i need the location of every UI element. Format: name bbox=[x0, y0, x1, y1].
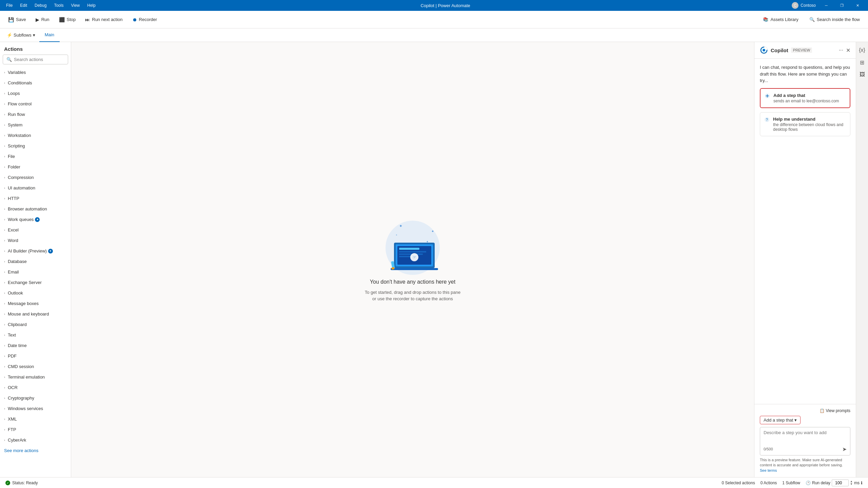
action-item-windows-services[interactable]: ›Windows services bbox=[0, 403, 71, 414]
chevron-right-icon: › bbox=[4, 333, 5, 337]
add-step-icon bbox=[765, 93, 770, 100]
chevron-right-icon: › bbox=[4, 439, 5, 442]
action-item-compression[interactable]: ›Compression bbox=[0, 172, 71, 183]
suggestion-add-step[interactable]: Add a step that sends an email to lee@co… bbox=[760, 88, 850, 108]
action-item-message-boxes[interactable]: ›Message boxes bbox=[0, 298, 71, 309]
save-label: Save bbox=[16, 17, 26, 22]
chevron-right-icon: › bbox=[4, 249, 5, 253]
empty-state-title: You don't have any actions here yet bbox=[370, 279, 455, 285]
action-item-scripting[interactable]: ›Scripting bbox=[0, 141, 71, 151]
action-item-flow-control[interactable]: ›Flow control bbox=[0, 99, 71, 109]
action-item-loops[interactable]: ›Loops bbox=[0, 88, 71, 99]
action-item-mouse-keyboard[interactable]: ›Mouse and keyboard bbox=[0, 309, 71, 319]
selected-actions-count: 0 Selected actions bbox=[722, 481, 755, 485]
copilot-title-row: Copilot PREVIEW bbox=[760, 46, 812, 54]
menu-tools[interactable]: Tools bbox=[51, 2, 67, 9]
tab-main[interactable]: Main bbox=[39, 28, 60, 42]
next-label: Run next action bbox=[92, 17, 122, 22]
subflows-button[interactable]: ⚡ Subflows ▾ bbox=[3, 30, 39, 40]
copilot-more-button[interactable]: ··· bbox=[839, 47, 843, 54]
save-button[interactable]: 💾 Save bbox=[4, 15, 30, 24]
action-item-xml[interactable]: ›XML bbox=[0, 414, 71, 424]
status-dot bbox=[5, 481, 10, 485]
chevron-right-icon: › bbox=[4, 92, 5, 95]
action-item-run-flow[interactable]: ›Run flow bbox=[0, 109, 71, 120]
suggestion-help-understand[interactable]: ? Help me understand the difference betw… bbox=[760, 112, 850, 136]
action-item-date-time[interactable]: ›Date time bbox=[0, 340, 71, 351]
action-item-file[interactable]: ›File bbox=[0, 151, 71, 162]
chevron-right-icon: › bbox=[4, 134, 5, 137]
chevron-right-icon: › bbox=[4, 386, 5, 389]
right-icon-images[interactable]: 🖼 bbox=[857, 69, 868, 80]
action-item-work-queues[interactable]: ›Work queues★ bbox=[0, 214, 71, 225]
action-item-ui-automation[interactable]: ›UI automation bbox=[0, 183, 71, 193]
action-item-ftp[interactable]: ›FTP bbox=[0, 424, 71, 435]
action-item-cryptography[interactable]: ›Cryptography bbox=[0, 393, 71, 403]
action-item-folder[interactable]: ›Folder bbox=[0, 162, 71, 172]
maximize-button[interactable]: ❐ bbox=[834, 0, 850, 11]
action-item-ocr[interactable]: ›OCR bbox=[0, 382, 71, 393]
action-item-pdf[interactable]: ›PDF bbox=[0, 351, 71, 361]
run-delay-input[interactable] bbox=[832, 480, 849, 486]
copilot-body: I can chat, respond to questions, and he… bbox=[754, 59, 856, 404]
suggestion-help-content: Help me understand the difference betwee… bbox=[773, 117, 846, 132]
action-item-email[interactable]: ›Email bbox=[0, 267, 71, 277]
work-queues-badge: ★ bbox=[35, 217, 40, 222]
action-item-workstation[interactable]: ›Workstation bbox=[0, 130, 71, 141]
action-item-http[interactable]: ›HTTP bbox=[0, 193, 71, 204]
assets-library-button[interactable]: 📚 Assets Library bbox=[759, 15, 802, 24]
action-item-clipboard[interactable]: ›Clipboard bbox=[0, 319, 71, 330]
chevron-right-icon: › bbox=[4, 197, 5, 200]
copilot-text-input[interactable] bbox=[764, 430, 847, 444]
chevron-right-icon: › bbox=[4, 407, 5, 410]
spinner-down[interactable]: ▼ bbox=[850, 483, 853, 486]
menu-edit[interactable]: Edit bbox=[17, 2, 31, 9]
action-item-database[interactable]: ›Database bbox=[0, 256, 71, 267]
action-item-browser-automation[interactable]: ›Browser automation bbox=[0, 204, 71, 214]
action-item-variables[interactable]: ›Variables bbox=[0, 67, 71, 78]
next-action-button[interactable]: ⏭ Run next action bbox=[81, 15, 126, 24]
search-actions-input[interactable] bbox=[14, 57, 64, 62]
action-item-cyberark[interactable]: ›CyberArk bbox=[0, 435, 71, 445]
action-item-outlook[interactable]: ›Outlook bbox=[0, 288, 71, 298]
chevron-right-icon: › bbox=[4, 344, 5, 347]
run-icon: ▶ bbox=[36, 17, 39, 22]
view-prompts-button[interactable]: 📋 View prompts bbox=[820, 408, 850, 413]
action-item-conditionals[interactable]: ›Conditionals bbox=[0, 78, 71, 88]
action-item-word[interactable]: ›Word bbox=[0, 235, 71, 246]
chevron-right-icon: › bbox=[4, 81, 5, 85]
minimize-button[interactable]: ─ bbox=[818, 0, 834, 11]
action-item-text[interactable]: ›Text bbox=[0, 330, 71, 340]
user-avatar: C bbox=[792, 2, 798, 9]
chevron-right-icon: › bbox=[4, 270, 5, 274]
see-more-actions[interactable]: See more actions bbox=[0, 445, 71, 456]
add-step-selector-label: Add a step that bbox=[764, 418, 793, 423]
run-button[interactable]: ▶ Run bbox=[32, 15, 54, 24]
stop-icon: ⬛ bbox=[59, 17, 65, 22]
search-flow-button[interactable]: 🔍 Search inside the flow bbox=[805, 15, 864, 24]
copilot-logo bbox=[760, 46, 768, 54]
menu-help[interactable]: Help bbox=[84, 2, 99, 9]
action-item-system[interactable]: ›System bbox=[0, 120, 71, 130]
menu-debug[interactable]: Debug bbox=[31, 2, 50, 9]
action-item-terminal-emulation[interactable]: ›Terminal emulation bbox=[0, 372, 71, 382]
action-item-ai-builder[interactable]: ›AI Builder (Preview)★ bbox=[0, 246, 71, 256]
right-icon-variables[interactable]: {x} bbox=[857, 45, 868, 56]
menu-view[interactable]: View bbox=[67, 2, 83, 9]
send-button[interactable]: ➤ bbox=[842, 446, 847, 452]
copilot-close-button[interactable]: ✕ bbox=[846, 47, 850, 54]
action-item-exchange-server[interactable]: ›Exchange Server bbox=[0, 277, 71, 288]
actions-sidebar: Actions 🔍 ›Variables ›Conditionals ›Loop… bbox=[0, 42, 71, 477]
stop-button[interactable]: ⬛ Stop bbox=[55, 15, 80, 24]
close-button[interactable]: ✕ bbox=[850, 0, 865, 11]
recorder-button[interactable]: ⏺ Recorder bbox=[128, 15, 161, 24]
action-item-cmd-session[interactable]: ›CMD session bbox=[0, 361, 71, 372]
menu-file[interactable]: File bbox=[3, 2, 16, 9]
svg-text:☞: ☞ bbox=[413, 255, 416, 260]
right-icon-ui-elements[interactable]: ⊞ bbox=[857, 57, 868, 68]
chevron-right-icon: › bbox=[4, 375, 5, 379]
see-terms-link[interactable]: See terms bbox=[760, 468, 777, 472]
add-step-selector[interactable]: Add a step that ▾ bbox=[760, 416, 801, 424]
chevron-right-icon: › bbox=[4, 418, 5, 421]
action-item-excel[interactable]: ›Excel bbox=[0, 225, 71, 235]
